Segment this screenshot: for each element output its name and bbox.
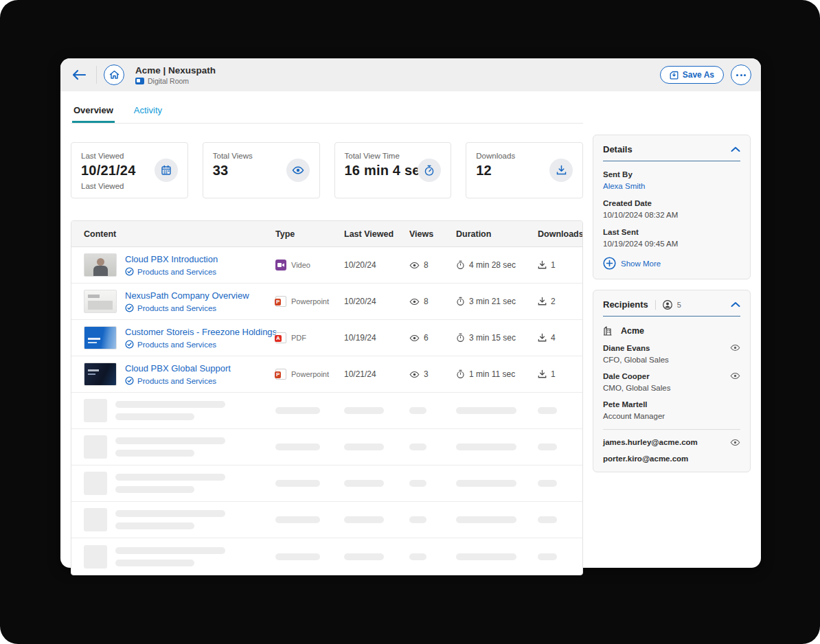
collapse-recipients-button[interactable]	[731, 301, 740, 308]
content-tag[interactable]: Products and Services	[137, 304, 216, 312]
stat-card-last-viewed: Last Viewed 10/21/24 Last Viewed	[71, 142, 188, 198]
skeleton-row	[71, 465, 582, 502]
duration-value: 4 min 28 sec	[469, 260, 516, 270]
eye-icon	[286, 159, 310, 182]
table-row: Cloud PBX Introduction Products and Serv…	[71, 247, 582, 284]
stat-card-total-view-time: Total View Time 16 min 4 sec	[334, 142, 452, 198]
recipient-email-item: porter.kiro@acme.com	[603, 455, 740, 463]
check-circle-icon	[125, 267, 134, 276]
save-icon	[670, 71, 679, 80]
recipient-item: Dale Cooper CMO, Global Sales	[603, 372, 740, 392]
collapse-details-button[interactable]	[731, 146, 740, 152]
content-title-link[interactable]: Cloud PBX Introduction	[125, 254, 218, 264]
check-circle-icon	[125, 303, 134, 312]
recipient-name: Dale Cooper	[603, 372, 670, 380]
pdf-icon: A	[275, 332, 286, 343]
stat-card-total-views: Total Views 33	[203, 142, 320, 198]
created-date-label: Created Date	[603, 199, 740, 207]
content-table: Content Type Last Viewed Views Duration …	[71, 220, 583, 575]
show-more-button[interactable]: Show More	[603, 257, 740, 270]
views-count: 8	[424, 297, 429, 306]
content-link[interactable]: Cloud PBX Introduction Products and Serv…	[84, 253, 275, 277]
titlebar-divider	[96, 66, 97, 84]
skeleton-row	[71, 538, 582, 575]
skeleton-thumbnail	[84, 472, 107, 495]
last-viewed-cell: 10/20/24	[344, 297, 409, 306]
recipients-panel-title: Recipients	[603, 299, 648, 310]
check-circle-icon	[125, 340, 134, 349]
eye-icon	[409, 334, 420, 342]
home-button[interactable]	[104, 65, 124, 85]
sent-by-link[interactable]: Alexa Smith	[603, 182, 740, 190]
column-header-content: Content	[84, 229, 275, 239]
content-type-label: Powerpoint	[291, 297, 329, 306]
sent-by-label: Sent By	[603, 170, 740, 179]
viewed-eye-icon	[730, 439, 740, 446]
powerpoint-icon: P	[275, 369, 286, 380]
content-type-label: PDF	[291, 334, 306, 342]
show-more-label: Show More	[621, 260, 661, 268]
last-viewed-cell: 10/19/24	[344, 333, 409, 343]
more-options-button[interactable]	[731, 65, 751, 85]
duration-value: 3 min 15 sec	[469, 333, 516, 343]
download-icon	[538, 369, 547, 379]
recipient-role: CFO, Global Sales	[603, 356, 669, 364]
viewed-eye-icon	[730, 372, 740, 380]
timer-icon	[418, 159, 441, 182]
content-link[interactable]: Customer Storeis - Freezone Holdings Pro…	[84, 326, 275, 349]
downloads-count: 1	[551, 260, 556, 270]
page-title: Acme | Nexuspath	[135, 65, 216, 76]
table-row: Customer Storeis - Freezone Holdings Pro…	[71, 320, 582, 356]
created-date-value: 10/10/2024 08:32 AM	[603, 211, 740, 219]
tab-activity[interactable]: Activity	[133, 98, 163, 123]
last-viewed-cell: 10/20/24	[344, 260, 409, 270]
content-link[interactable]: NexusPath Company Overview Products and …	[84, 290, 275, 313]
powerpoint-icon: P	[275, 296, 286, 307]
content-tag[interactable]: Products and Services	[137, 377, 216, 385]
duration-value: 3 min 21 sec	[469, 297, 516, 306]
content-title-link[interactable]: Cloud PBX Global Support	[125, 363, 231, 373]
recipient-name: Diane Evans	[603, 344, 669, 352]
back-arrow-icon	[71, 69, 87, 80]
recipient-role: Account Manager	[603, 412, 665, 420]
last-sent-value: 10/19/2024 09:45 AM	[603, 240, 740, 248]
skeleton-thumbnail	[84, 399, 107, 422]
stat-card-downloads: Downloads 12	[466, 142, 583, 198]
downloads-count: 4	[551, 333, 556, 343]
tab-overview[interactable]: Overview	[72, 98, 115, 123]
column-header-downloads: Downloads	[538, 229, 583, 239]
back-button[interactable]	[69, 65, 89, 85]
content-thumbnail	[84, 290, 117, 313]
check-circle-icon	[125, 376, 134, 385]
details-panel: Details Sent By Alexa Smith Created Date…	[593, 135, 751, 279]
save-as-button[interactable]: Save As	[660, 66, 724, 84]
content-link[interactable]: Cloud PBX Global Support Products and Se…	[84, 363, 275, 386]
skeleton-thumbnail	[84, 545, 107, 568]
details-panel-title: Details	[603, 144, 633, 154]
tab-bar: Overview Activity	[71, 98, 583, 124]
recipient-email-item: james.hurley@acme.com	[603, 438, 740, 446]
download-icon	[549, 159, 573, 182]
content-title-link[interactable]: NexusPath Company Overview	[125, 290, 249, 301]
content-tag[interactable]: Products and Services	[137, 341, 216, 349]
content-thumbnail	[84, 363, 117, 386]
views-count: 3	[424, 369, 429, 379]
column-header-type: Type	[275, 229, 344, 239]
table-row: Cloud PBX Global Support Products and Se…	[71, 356, 582, 393]
column-header-last-viewed: Last Viewed	[344, 229, 409, 239]
home-icon	[109, 70, 119, 80]
content-title-link[interactable]: Customer Storeis - Freezone Holdings	[125, 327, 275, 337]
content-type-label: Video	[291, 261, 310, 269]
skeleton-thumbnail	[84, 508, 107, 531]
eye-icon	[409, 371, 420, 378]
recipients-count: 5	[677, 301, 681, 309]
table-header: Content Type Last Viewed Views Duration …	[71, 221, 582, 247]
recipients-panel: Recipients 5	[593, 290, 751, 472]
downloads-count: 2	[551, 297, 556, 306]
column-header-duration: Duration	[456, 229, 538, 239]
timer-icon	[456, 369, 465, 379]
recipient-item: Pete Martell Account Manager	[603, 400, 740, 420]
last-sent-label: Last Sent	[603, 228, 740, 236]
views-count: 8	[424, 260, 429, 270]
content-tag[interactable]: Products and Services	[137, 268, 216, 276]
